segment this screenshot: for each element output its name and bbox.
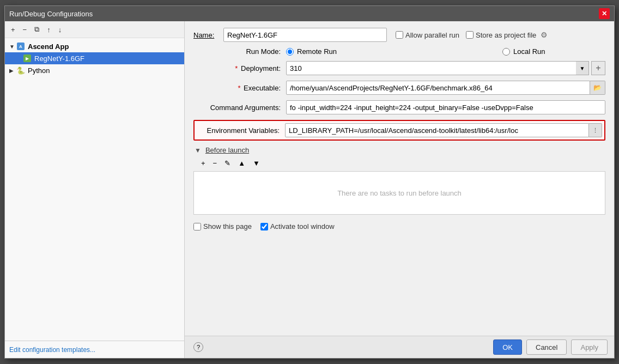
local-run-radio[interactable]: [502, 48, 510, 56]
regnet-label: RegNetY-1.6GF: [34, 54, 84, 63]
ok-button[interactable]: OK: [493, 339, 522, 355]
copy-config-button[interactable]: ⧉: [32, 23, 42, 35]
store-project-checkbox[interactable]: [466, 31, 474, 39]
tree-item-python[interactable]: ▶ 🐍 Python: [5, 64, 184, 76]
before-launch-box: There are no tasks to run before launch: [193, 171, 605, 215]
executable-label: * Executable:: [193, 84, 286, 92]
footer-right: OK Cancel Apply: [493, 339, 608, 355]
title-text: Run/Debug Configurations: [9, 10, 93, 18]
store-project-label[interactable]: Store as project file ⚙: [466, 31, 548, 39]
local-run-label[interactable]: Local Run: [502, 47, 545, 56]
content-area: + − ⧉ ↑ ↓ ▼ A Ascend App: [5, 21, 614, 358]
left-toolbar: + − ⧉ ↑ ↓: [5, 21, 184, 38]
footer: ? OK Cancel Apply: [185, 336, 614, 358]
browse-icon: 📂: [593, 84, 602, 92]
activate-tool-checkbox[interactable]: [260, 223, 268, 230]
env-vars-input[interactable]: [285, 123, 589, 137]
tree-item-regnet[interactable]: ▶ RegNetY-1.6GF: [5, 52, 184, 64]
name-label: Name:: [193, 31, 223, 39]
deployment-select[interactable]: 310: [286, 61, 589, 75]
remote-run-label[interactable]: Remote Run: [286, 47, 337, 56]
activate-tool-label[interactable]: Activate tool window: [260, 222, 335, 230]
ascend-app-icon: A: [16, 42, 26, 51]
apply-button[interactable]: Apply: [571, 339, 608, 355]
environment-variables-row: Environment Variables: ⋮: [193, 120, 605, 141]
allow-parallel-label[interactable]: Allow parallel run: [396, 31, 459, 39]
env-edit-icon: ⋮: [592, 127, 598, 134]
close-button[interactable]: ✕: [599, 8, 610, 19]
edit-templates-link[interactable]: Edit configuration templates...: [9, 346, 95, 354]
executable-input[interactable]: [286, 81, 590, 95]
bl-remove-button[interactable]: −: [210, 157, 221, 169]
move-down-button[interactable]: ↓: [56, 24, 65, 35]
move-up-button[interactable]: ↑: [44, 24, 53, 35]
remote-run-radio[interactable]: [286, 48, 294, 56]
gear-icon: ⚙: [541, 31, 548, 39]
tree-arrow-python: ▶: [9, 68, 16, 74]
python-label: Python: [28, 66, 50, 75]
before-launch-toolbar: + − ✎ ▲ ▼: [193, 157, 605, 169]
deployment-row: * Deployment: 310 ▼ +: [193, 61, 605, 75]
config-tree: ▼ A Ascend App ▶ RegNetY-1.6G: [5, 38, 184, 341]
before-launch-section: ▼ Before launch + − ✎ ▲ ▼ There are no t…: [193, 146, 605, 215]
add-config-button[interactable]: +: [8, 24, 18, 35]
before-launch-collapse-button[interactable]: ▼: [193, 147, 202, 154]
right-panel: Name: Allow parallel run Store as projec…: [185, 21, 614, 358]
env-vars-input-wrapper: ⋮: [285, 123, 602, 137]
tree-arrow-ascend: ▼: [9, 44, 16, 50]
command-args-label: Command Arguments:: [193, 104, 286, 112]
name-row: Name: Allow parallel run Store as projec…: [193, 28, 605, 42]
remove-config-button[interactable]: −: [20, 24, 30, 35]
radio-group: Remote Run Local Run: [286, 47, 545, 56]
title-bar: Run/Debug Configurations ✕: [5, 6, 614, 21]
regnet-icon: ▶: [22, 54, 32, 63]
ascend-app-label: Ascend App: [28, 43, 69, 51]
run-mode-row: Run Mode: Remote Run Local Run: [193, 47, 605, 56]
deployment-select-wrapper: 310 ▼: [286, 61, 589, 75]
form-area: Name: Allow parallel run Store as projec…: [185, 21, 614, 336]
run-debug-dialog: Run/Debug Configurations ✕ + − ⧉ ↑ ↓ ▼ A: [4, 5, 615, 359]
command-args-input[interactable]: [286, 100, 605, 114]
no-tasks-text: There are no tasks to run before launch: [337, 189, 462, 197]
help-button[interactable]: ?: [193, 342, 203, 352]
footer-left: ?: [191, 340, 205, 354]
bottom-checks: Show this page Activate tool window: [193, 220, 605, 233]
deployment-label: * Deployment:: [193, 64, 286, 72]
run-mode-label: Run Mode:: [193, 47, 286, 56]
name-options: Allow parallel run Store as project file…: [396, 31, 548, 39]
show-page-checkbox[interactable]: [193, 223, 201, 230]
tree-item-ascend-app[interactable]: ▼ A Ascend App: [5, 40, 184, 52]
left-bottom: Edit configuration templates...: [5, 341, 184, 358]
left-panel: + − ⧉ ↑ ↓ ▼ A Ascend App: [5, 21, 185, 358]
bl-down-button[interactable]: ▼: [250, 157, 263, 169]
bl-up-button[interactable]: ▲: [235, 157, 248, 169]
env-vars-edit-button[interactable]: ⋮: [589, 123, 602, 137]
before-launch-header: ▼ Before launch: [193, 146, 605, 154]
python-icon: 🐍: [16, 66, 26, 75]
show-page-label[interactable]: Show this page: [193, 222, 252, 230]
allow-parallel-checkbox[interactable]: [396, 31, 403, 39]
command-args-row: Command Arguments:: [193, 100, 605, 114]
bl-add-button[interactable]: +: [198, 157, 209, 169]
executable-row: * Executable: 📂: [193, 81, 605, 95]
bl-edit-button[interactable]: ✎: [221, 157, 234, 169]
browse-button[interactable]: 📂: [590, 81, 605, 95]
cancel-button[interactable]: Cancel: [526, 339, 567, 355]
before-launch-label: Before launch: [205, 146, 249, 154]
executable-input-wrapper: 📂: [286, 81, 605, 95]
env-vars-label: Environment Variables:: [197, 126, 285, 135]
name-input[interactable]: [223, 28, 387, 42]
add-deployment-button[interactable]: +: [591, 61, 605, 75]
